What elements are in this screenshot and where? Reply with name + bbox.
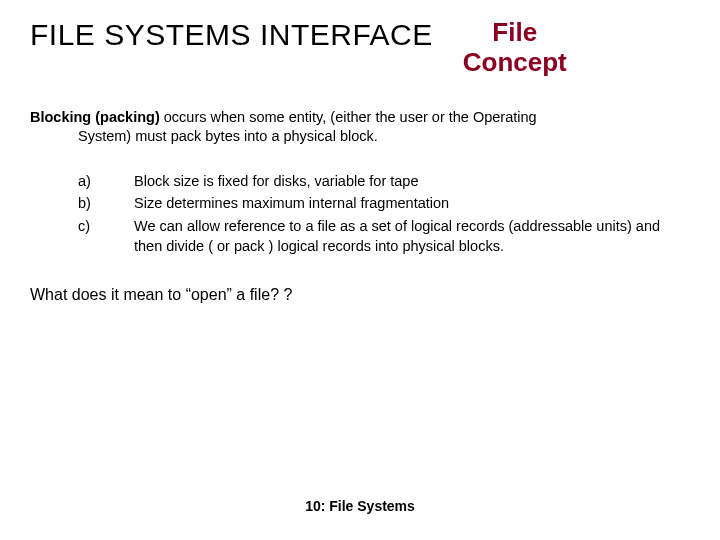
list-marker: c) (78, 216, 134, 236)
slide-footer: 10: File Systems (0, 498, 720, 514)
list-item: b) Size determines maximum internal frag… (78, 193, 690, 213)
ordered-list: a) Block size is fixed for disks, variab… (30, 171, 690, 256)
intro-paragraph: Blocking (packing) occurs when some enti… (30, 108, 690, 147)
question-text: What does it mean to “open” a file? ? (30, 286, 690, 304)
list-text: Block size is fixed for disks, variable … (134, 171, 690, 191)
side-title: File Concept (463, 18, 567, 78)
main-title: FILE SYSTEMS INTERFACE (30, 18, 433, 52)
list-text: We can allow reference to a file as a se… (134, 216, 690, 257)
list-item: a) Block size is fixed for disks, variab… (78, 171, 690, 191)
slide-header: FILE SYSTEMS INTERFACE File Concept (0, 0, 720, 78)
side-title-line2: Concept (463, 47, 567, 77)
list-marker: a) (78, 171, 134, 191)
intro-text-line1: occurs when some entity, (either the use… (160, 109, 537, 125)
list-text: Size determines maximum internal fragmen… (134, 193, 690, 213)
side-title-line1: File (492, 17, 537, 47)
list-marker: b) (78, 193, 134, 213)
intro-bold-term: Blocking (packing) (30, 109, 160, 125)
slide-content: Blocking (packing) occurs when some enti… (0, 78, 720, 304)
intro-text-line2: System) must pack bytes into a physical … (30, 127, 690, 147)
list-item: c) We can allow reference to a file as a… (78, 216, 690, 257)
